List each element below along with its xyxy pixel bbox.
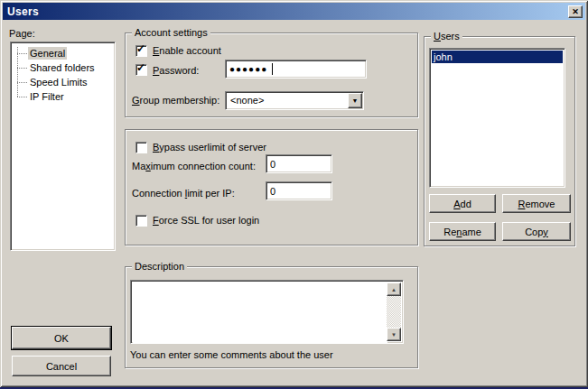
group-membership-value: <none> [230,95,264,106]
users-group-title: Users [431,31,462,42]
user-list-item[interactable]: john [432,51,563,63]
window-title: Users [7,5,39,18]
description-group: Description ▲ ▼ You can enter some comme… [125,266,418,368]
close-icon: ✕ [572,8,579,16]
password-field-wrap [225,60,367,79]
tree-item-label[interactable]: Shared folders [28,61,97,74]
description-hint: You can enter some comments about the us… [130,349,333,361]
connection-limit-per-ip-label: Connection limit per IP: [132,188,235,199]
tree-item-label[interactable]: General [28,47,67,60]
add-button[interactable]: Add [429,194,496,213]
tree-item-shared-folders[interactable]: Shared folders [13,60,114,75]
connection-limit-per-ip-field-wrap [266,181,332,200]
tree-item-label[interactable]: Speed Limits [28,76,89,88]
description-textarea[interactable] [133,282,387,343]
checkmark-icon: ✓ [136,43,145,55]
password-label[interactable]: Password: [153,65,199,77]
copy-button[interactable]: Copy [502,222,571,241]
scroll-up-button[interactable]: ▲ [387,282,401,296]
page-tree[interactable]: GeneralShared foldersSpeed LimitsIP Filt… [10,42,116,251]
enable-account-label[interactable]: Enable account [153,45,221,57]
scroll-up-icon: ▲ [391,287,397,292]
password-input[interactable] [225,60,367,79]
tree-item-label[interactable]: IP Filter [28,90,66,103]
max-connection-count-field-wrap [266,154,332,173]
text-caret [272,63,273,75]
bypass-userlimit-label[interactable]: Bypass userlimit of server [153,142,266,153]
tree-item-speed-limits[interactable]: Speed Limits [13,75,114,89]
account-settings-group-title: Account settings [132,27,210,39]
tree-item-general[interactable]: General [13,46,114,60]
force-ssl-label[interactable]: Force SSL for user login [153,215,259,227]
description-scrollbar: ▲ ▼ [387,282,401,341]
titlebar[interactable]: Users [3,3,585,20]
password-checkbox[interactable]: ✓ [135,64,147,76]
users-group: Users john Add Remove Rename Copy [424,36,575,246]
combo-dropdown-button[interactable]: ▼ [348,93,362,108]
group-membership-select[interactable]: <none> ▼ [225,91,364,110]
max-connection-count-input[interactable] [266,154,332,173]
max-connection-count-label: Maximum connection count: [132,161,256,172]
cancel-button[interactable]: Cancel [12,356,111,376]
enable-account-checkbox[interactable]: ✓ [135,45,147,57]
ok-button-default-ring: OK [11,326,112,350]
scroll-down-button[interactable]: ▼ [387,328,401,341]
bypass-userlimit-checkbox[interactable]: ✓ [135,142,147,153]
page-label: Page: [9,28,35,40]
ok-button[interactable]: OK [12,327,111,349]
group-membership-label: Group membership: [132,95,219,107]
remove-button[interactable]: Remove [502,194,571,213]
page-tree-items: GeneralShared foldersSpeed LimitsIP Filt… [13,46,114,104]
users-dialog: Users ✕ Page: GeneralShared foldersSpeed… [0,0,588,387]
users-list[interactable]: john [429,48,565,188]
scrollbar-track[interactable] [387,296,401,328]
rename-button[interactable]: Rename [429,222,496,241]
limits-group: ✓ Bypass userlimit of server Maximum con… [125,129,418,245]
chevron-down-icon: ▼ [352,97,359,104]
description-field-wrap: ▲ ▼ [130,280,404,344]
checkmark-icon: ✓ [136,62,145,74]
connection-limit-per-ip-input[interactable] [266,181,332,200]
tree-item-ip-filter[interactable]: IP Filter [13,89,114,104]
close-button[interactable]: ✕ [568,5,583,18]
account-settings-group: Account settings ✓ Enable account ✓ Pass… [125,32,418,117]
description-group-title: Description [132,261,187,273]
force-ssl-checkbox[interactable]: ✓ [135,215,147,227]
scroll-down-icon: ▼ [391,332,397,338]
